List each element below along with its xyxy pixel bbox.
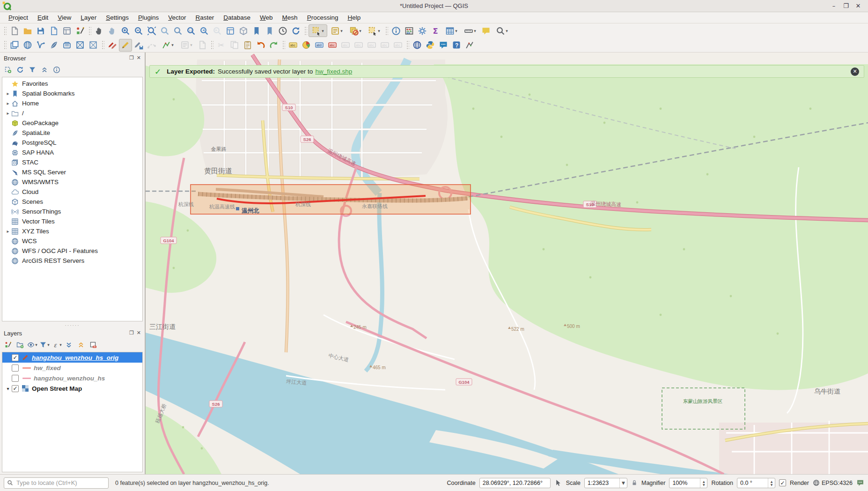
- save-layer-edits-button[interactable]: [132, 39, 145, 52]
- map-canvas[interactable]: S10 S26 S10 G104 G104 S26 金果路 黄田街道 三江街道 …: [145, 52, 868, 474]
- menu-item-web[interactable]: Web: [255, 13, 278, 22]
- expand-arrow-icon[interactable]: ▸: [5, 111, 11, 116]
- browser-properties-button[interactable]: [51, 65, 62, 75]
- delete-selected-button[interactable]: [196, 39, 209, 52]
- vertex-tool-button[interactable]: ▾: [158, 39, 177, 52]
- menu-item-plugins[interactable]: Plugins: [133, 13, 163, 22]
- deselect-all-button[interactable]: ▾: [346, 24, 365, 37]
- highlight-pinned-labels-button[interactable]: [313, 39, 326, 52]
- exported-file-link[interactable]: hw_fixed.shp: [315, 68, 352, 75]
- menu-item-view[interactable]: View: [53, 13, 76, 22]
- search-locator-button[interactable]: ▾: [493, 24, 511, 37]
- expand-arrow-icon[interactable]: ▸: [5, 101, 11, 106]
- measure-line-button[interactable]: ▾: [461, 24, 479, 37]
- browser-item-cloud[interactable]: Cloud: [2, 187, 142, 197]
- statistical-summary-button[interactable]: [429, 24, 442, 37]
- layer-item-hangzhou-wenzhou-hs[interactable]: hangzhou_wenzhou_hs: [2, 373, 142, 383]
- layers-close-button[interactable]: ✕: [137, 330, 141, 336]
- message-close-icon[interactable]: ✕: [851, 67, 859, 76]
- menu-item-mesh[interactable]: Mesh: [278, 13, 302, 22]
- lock-scale-icon[interactable]: [631, 479, 638, 487]
- show-hide-labels-button[interactable]: [352, 39, 365, 52]
- cut-features-button[interactable]: [215, 39, 228, 52]
- add-wms-layer-button[interactable]: [21, 39, 34, 52]
- show-layout-manager-button[interactable]: [60, 24, 74, 37]
- expand-arrow-icon[interactable]: ▸: [5, 91, 11, 96]
- collapse-all-browser-button[interactable]: [39, 65, 50, 75]
- layer-item-open-street-map[interactable]: ▾ ✓ Open Street Map: [2, 383, 142, 394]
- pan-map-button[interactable]: [93, 24, 106, 37]
- expand-arrow-icon[interactable]: ▸: [5, 229, 11, 234]
- new-spatial-bookmark-button[interactable]: [250, 24, 263, 37]
- open-layer-styling-button[interactable]: [3, 340, 13, 350]
- dropdown-arrow-icon[interactable]: ▾: [171, 43, 174, 47]
- layer-checkbox[interactable]: [12, 365, 19, 372]
- browser-item-wms-wmts[interactable]: WMS/WMTS: [2, 177, 142, 187]
- menu-item-project[interactable]: Project: [4, 13, 33, 22]
- identify-features-button[interactable]: [390, 24, 403, 37]
- new-print-layout-button[interactable]: [47, 24, 60, 37]
- browser-item-stac[interactable]: STAC: [2, 157, 142, 167]
- browser-item-favorites[interactable]: Favorites: [2, 79, 142, 89]
- dropdown-arrow-icon[interactable]: ▾: [322, 29, 324, 33]
- layer-checkbox[interactable]: ✓: [12, 385, 19, 392]
- dropdown-arrow-icon[interactable]: ▾: [340, 29, 343, 33]
- coordinate-input[interactable]: 28.06929°, 120.72866°: [479, 478, 551, 488]
- spin-buttons[interactable]: ▲▼: [768, 478, 775, 488]
- dropdown-arrow-icon[interactable]: ▾: [35, 342, 37, 347]
- layer-item-hangzhou-wenzhou-hs-orig[interactable]: ✓ hangzhou_wenzhou_hs_orig: [2, 352, 142, 363]
- menu-item-help[interactable]: Help: [343, 13, 365, 22]
- paste-features-button[interactable]: [241, 39, 254, 52]
- browser-float-button[interactable]: ❐: [129, 55, 134, 61]
- layer-labeling-button[interactable]: [287, 39, 300, 52]
- expand-arrow-icon[interactable]: ▾: [4, 386, 12, 391]
- move-label-button[interactable]: [365, 39, 378, 52]
- filter-browser-button[interactable]: [27, 65, 37, 75]
- dock-splitter-handle[interactable]: ······: [0, 323, 145, 327]
- zoom-native-button[interactable]: [184, 24, 198, 37]
- open-project-button[interactable]: [21, 24, 34, 37]
- select-by-value-button[interactable]: ▾: [327, 24, 346, 37]
- new-geopackage-layer-button[interactable]: [60, 39, 74, 52]
- spin-buttons[interactable]: ▲▼: [700, 478, 707, 488]
- style-manager-button[interactable]: [74, 24, 87, 37]
- pin-labels-button[interactable]: [339, 39, 352, 52]
- dropdown-arrow-icon[interactable]: ▾: [359, 29, 361, 33]
- python-console-button[interactable]: [424, 39, 437, 52]
- toggle-unplaced-labels-button[interactable]: [326, 39, 339, 52]
- layers-float-button[interactable]: ❐: [129, 330, 134, 336]
- dropdown-arrow-icon[interactable]: ▾: [506, 29, 508, 33]
- map-tips-button[interactable]: [479, 24, 493, 37]
- layer-checkbox[interactable]: ✓: [12, 354, 19, 361]
- browser-item-postgresql[interactable]: PostgreSQL: [2, 138, 142, 148]
- refresh-button[interactable]: [289, 24, 302, 37]
- dropdown-arrow-icon[interactable]: ▾: [59, 342, 62, 347]
- layer-item-hw-fixed[interactable]: hw_fixed: [2, 363, 142, 373]
- browser-item-scenes[interactable]: Scenes: [2, 197, 142, 207]
- browser-item-xyz-tiles[interactable]: ▸XYZ Tiles: [2, 226, 142, 236]
- dropdown-arrow-icon[interactable]: ▾: [190, 43, 192, 47]
- zoom-out-button[interactable]: [132, 24, 145, 37]
- browser-item-wcs[interactable]: WCS: [2, 236, 142, 246]
- menu-item-processing[interactable]: Processing: [302, 13, 343, 22]
- locator-box[interactable]: [4, 477, 109, 489]
- menu-item-layer[interactable]: Layer: [76, 13, 101, 22]
- change-label-button[interactable]: [391, 39, 405, 52]
- undo-button[interactable]: [254, 39, 267, 52]
- browser-item-vector-tiles[interactable]: Vector Tiles: [2, 216, 142, 226]
- manage-map-themes-button[interactable]: ▾: [27, 340, 37, 350]
- zoom-to-selection-button[interactable]: [158, 24, 171, 37]
- collapse-all-layers-button[interactable]: [76, 340, 86, 350]
- browser-item-arcgis-rest-servers[interactable]: ArcGIS REST Servers: [2, 256, 142, 266]
- menu-item-vector[interactable]: Vector: [163, 13, 191, 22]
- select-by-form-button[interactable]: ▾: [365, 24, 383, 37]
- magnifier-spinbox[interactable]: 100% ▲▼: [669, 478, 707, 488]
- dropdown-arrow-icon[interactable]: ▾: [378, 29, 380, 33]
- pan-to-selection-button[interactable]: [106, 24, 119, 37]
- field-calculator-button[interactable]: [403, 24, 416, 37]
- show-spatial-bookmarks-button[interactable]: [263, 24, 276, 37]
- add-selected-layers-button[interactable]: [3, 65, 13, 75]
- attribute-table-button[interactable]: ▾: [442, 24, 461, 37]
- remove-layer-button[interactable]: [88, 340, 98, 350]
- zoom-next-button[interactable]: [211, 24, 224, 37]
